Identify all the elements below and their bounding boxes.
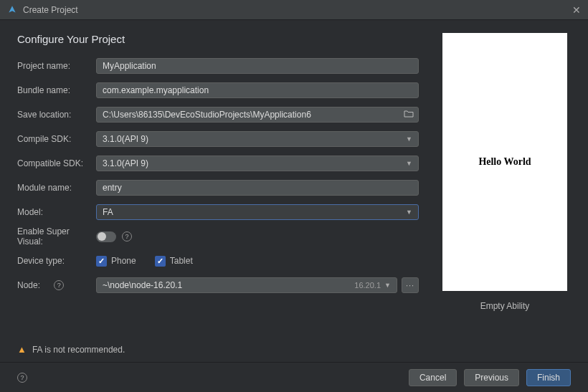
footer: ? Cancel Previous Finish <box>0 362 588 392</box>
help-icon[interactable]: ? <box>17 373 27 383</box>
window-title: Create Project <box>23 5 78 15</box>
help-icon[interactable]: ? <box>122 231 132 242</box>
chevron-down-icon: ▼ <box>406 135 412 143</box>
node-version-text: 16.20.1 <box>354 281 381 290</box>
module-name-label: Module name: <box>17 183 96 193</box>
model-select[interactable]: FA ▼ <box>96 204 419 220</box>
tablet-checkbox-label: Tablet <box>170 256 193 266</box>
save-location-input[interactable]: C:\Users\86135\DevEcoStudioProjects\MyAp… <box>96 107 419 123</box>
node-select[interactable]: ~\node\node-16.20.1 16.20.1 ▼ <box>96 277 397 293</box>
phone-checkbox-label: Phone <box>111 256 136 266</box>
warning-text: FA is not recommended. <box>32 345 125 355</box>
compile-sdk-label: Compile SDK: <box>17 134 96 144</box>
chevron-down-icon: ▼ <box>406 209 412 216</box>
titlebar: Create Project ✕ <box>0 0 588 20</box>
cancel-button[interactable]: Cancel <box>409 369 457 386</box>
compatible-sdk-label: Compatible SDK: <box>17 158 96 168</box>
template-name: Empty Ability <box>480 301 530 311</box>
device-type-label: Device type: <box>17 256 96 266</box>
compatible-sdk-select[interactable]: 3.1.0(API 9) ▼ <box>96 156 419 171</box>
compile-sdk-select[interactable]: 3.1.0(API 9) ▼ <box>96 131 419 147</box>
warning-icon: ▲ <box>17 344 27 355</box>
module-name-input[interactable]: entry <box>96 180 419 196</box>
browse-folder-icon[interactable] <box>404 110 414 120</box>
finish-button[interactable]: Finish <box>526 369 571 386</box>
chevron-down-icon: ▼ <box>406 160 412 167</box>
phone-checkbox[interactable]: ✓ <box>96 256 107 267</box>
node-browse-button[interactable]: ··· <box>402 277 419 293</box>
close-icon[interactable]: ✕ <box>572 4 581 16</box>
project-name-input[interactable]: MyApplication <box>96 58 419 74</box>
template-preview: Hello World <box>442 33 567 291</box>
chevron-down-icon: ▼ <box>384 282 391 289</box>
enable-super-visual-label: Enable Super Visual: <box>17 226 96 247</box>
node-label: Node: ? <box>17 280 96 290</box>
project-name-label: Project name: <box>17 61 96 71</box>
previous-button[interactable]: Previous <box>464 369 519 386</box>
bundle-name-label: Bundle name: <box>17 85 96 95</box>
app-logo-icon <box>7 5 17 15</box>
enable-super-visual-toggle[interactable] <box>96 231 116 242</box>
preview-text: Hello World <box>478 156 531 168</box>
help-icon[interactable]: ? <box>54 280 64 290</box>
model-label: Model: <box>17 207 96 217</box>
page-title: Configure Your Project <box>17 33 419 45</box>
warning-banner: ▲ FA is not recommended. <box>17 344 125 355</box>
save-location-label: Save location: <box>17 110 96 120</box>
bundle-name-input[interactable]: com.example.myapplication <box>96 82 419 98</box>
tablet-checkbox[interactable]: ✓ <box>155 256 166 267</box>
